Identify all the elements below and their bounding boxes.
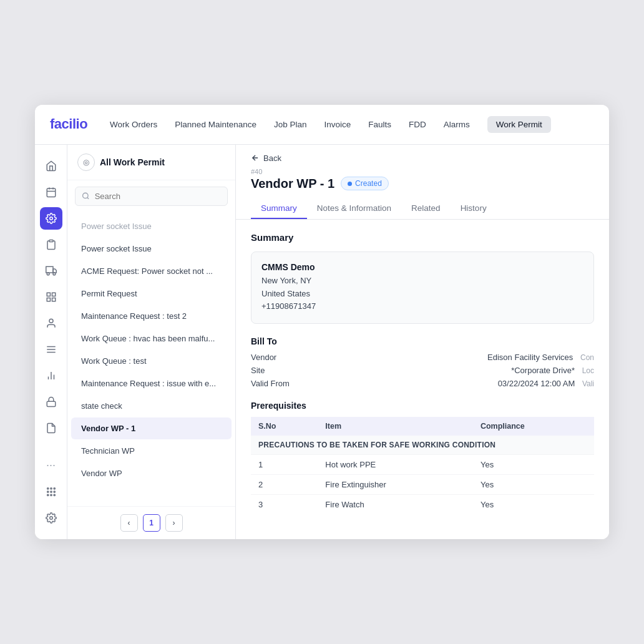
bill-vendor-row: Vendor Edison Facility Services Con — [251, 353, 594, 362]
sidebar-person-icon[interactable] — [40, 312, 62, 334]
bill-to-title: Bill To — [251, 336, 594, 346]
pagination-prev-button[interactable]: ‹ — [120, 514, 138, 532]
svg-point-29 — [50, 494, 51, 495]
prerequisites-title: Prerequisites — [251, 401, 594, 411]
list-item[interactable]: Work Queue : hvac has been malfu... — [71, 328, 232, 349]
bill-site-value: *Corporate Drive* Loc — [307, 366, 594, 375]
detail-panel: Back #40 Vendor WP - 1 Created Summary N… — [236, 145, 609, 539]
svg-point-22 — [47, 488, 48, 489]
section-label: PRECAUTIONS TO BE TAKEN FOR SAFE WORKING… — [251, 436, 594, 455]
nav-faults[interactable]: Faults — [368, 117, 391, 132]
pagination-next-button[interactable]: › — [165, 514, 183, 532]
list-items: Power socket Issue Power socket Issue AC… — [67, 212, 235, 506]
sidebar-calendar-icon[interactable] — [40, 181, 62, 203]
svg-point-32 — [83, 193, 88, 198]
list-item[interactable]: Permit Request — [71, 283, 232, 305]
detail-header: Back #40 Vendor WP - 1 Created Summary N… — [236, 145, 609, 220]
svg-line-33 — [87, 198, 89, 199]
sidebar: ··· — [35, 145, 67, 539]
nav-fdd[interactable]: FDD — [409, 117, 426, 132]
detail-id: #40 — [251, 168, 594, 175]
sidebar-apps-icon[interactable] — [40, 481, 62, 503]
company-name: CMMS Demo — [261, 262, 583, 272]
tab-notes[interactable]: Notes & Information — [307, 198, 401, 219]
sidebar-clipboard-icon[interactable] — [40, 233, 62, 256]
sidebar-chart-icon[interactable] — [40, 364, 62, 387]
tab-related[interactable]: Related — [401, 198, 451, 219]
app-window: facilio Work Orders Planned Maintenance … — [35, 105, 609, 539]
list-item[interactable]: Power socket Issue — [71, 215, 232, 237]
list-item-vendor-wp-1[interactable]: Vendor WP - 1 — [71, 417, 232, 439]
svg-point-24 — [54, 488, 55, 489]
search-input[interactable] — [95, 192, 221, 201]
nav-planned-maintenance[interactable]: Planned Maintenance — [175, 117, 256, 132]
list-item[interactable]: Maintenance Request : issue with e... — [71, 373, 232, 394]
sidebar-gear-bottom-icon[interactable] — [40, 507, 62, 529]
row-sno: 3 — [251, 495, 318, 515]
col-compliance: Compliance — [473, 417, 594, 436]
nav-work-permit[interactable]: Work Permit — [487, 116, 551, 133]
col-sno: S.No — [251, 417, 318, 436]
svg-point-14 — [49, 319, 53, 323]
tab-summary[interactable]: Summary — [251, 198, 307, 219]
company-city: New York, NY — [261, 275, 583, 288]
bill-valid-from-row: Valid From 03/22/2024 12:00 AM Vali — [251, 379, 594, 388]
list-item[interactable]: Maintenance Request : test 2 — [71, 305, 232, 327]
nav-work-orders[interactable]: Work Orders — [110, 117, 157, 132]
svg-point-23 — [50, 488, 51, 489]
sidebar-settings-icon[interactable] — [40, 338, 62, 361]
status-label: Created — [355, 179, 382, 188]
table-row: 2 Fire Extinguisher Yes — [251, 475, 594, 495]
sidebar-more-icon[interactable]: ··· — [46, 454, 56, 477]
list-item[interactable]: Work Queue : test — [71, 350, 232, 372]
pagination: ‹ 1 › — [67, 506, 235, 539]
list-item[interactable]: ACME Request: Power socket not ... — [71, 260, 232, 282]
back-label: Back — [263, 154, 281, 163]
table-section-row: PRECAUTIONS TO BE TAKEN FOR SAFE WORKING… — [251, 436, 594, 455]
bill-to-section: Bill To Vendor Edison Facility Services … — [251, 336, 594, 388]
sidebar-doc-icon[interactable] — [40, 417, 62, 439]
tab-history[interactable]: History — [451, 198, 497, 219]
svg-rect-12 — [47, 298, 50, 301]
svg-point-28 — [47, 494, 48, 495]
nav-alarms[interactable]: Alarms — [444, 117, 470, 132]
sidebar-grid-icon[interactable] — [40, 286, 62, 308]
status-dot — [348, 182, 352, 186]
row-item: Fire Watch — [318, 495, 473, 515]
back-button[interactable]: Back — [251, 154, 594, 163]
prerequisites-table: S.No Item Compliance PRECAUTIONS TO BE T… — [251, 417, 594, 514]
row-compliance: Yes — [473, 475, 594, 495]
row-sno: 2 — [251, 475, 318, 495]
sidebar-truck-icon[interactable] — [40, 260, 62, 282]
row-sno: 1 — [251, 455, 318, 475]
nav-invoice[interactable]: Invoice — [324, 117, 351, 132]
logo: facilio — [50, 116, 87, 132]
svg-rect-21 — [47, 401, 56, 406]
all-work-permit-icon[interactable]: ◎ — [77, 154, 95, 171]
list-item[interactable]: state check — [71, 395, 232, 417]
company-info-card: CMMS Demo New York, NY United States +11… — [251, 251, 594, 324]
company-country: United States — [261, 288, 583, 301]
row-compliance: Yes — [473, 495, 594, 515]
svg-rect-0 — [47, 188, 56, 197]
table-row: 3 Fire Watch Yes — [251, 495, 594, 515]
summary-section-title: Summary — [251, 232, 594, 243]
sidebar-lock-icon[interactable] — [40, 391, 62, 413]
svg-point-31 — [49, 517, 52, 520]
svg-point-26 — [50, 491, 51, 492]
svg-rect-5 — [49, 240, 53, 242]
sidebar-home-icon[interactable] — [40, 155, 62, 177]
col-item: Item — [318, 417, 473, 436]
company-phone: +11908671347 — [261, 300, 583, 313]
sidebar-gear-icon[interactable] — [40, 207, 62, 230]
detail-tabs: Summary Notes & Information Related Hist… — [251, 198, 594, 219]
list-panel-title: All Work Permit — [100, 157, 165, 167]
pagination-page-1-button[interactable]: 1 — [143, 514, 160, 532]
detail-body: Summary CMMS Demo New York, NY United St… — [236, 220, 609, 539]
nav-job-plan[interactable]: Job Plan — [274, 117, 307, 132]
list-item[interactable]: Vendor WP — [71, 462, 232, 484]
search-box — [75, 187, 228, 206]
list-item[interactable]: Power socket Issue — [71, 238, 232, 260]
top-nav: facilio Work Orders Planned Maintenance … — [35, 105, 609, 145]
list-item[interactable]: Technician WP — [71, 440, 232, 462]
